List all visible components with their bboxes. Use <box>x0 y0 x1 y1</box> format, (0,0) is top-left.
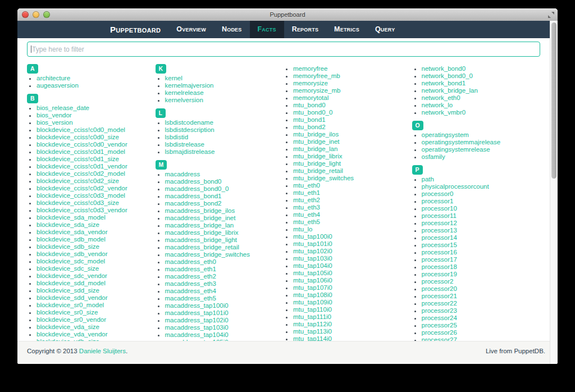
fact-link[interactable]: blockdevice_cciss!c0d0_vendor <box>36 141 127 148</box>
fact-link[interactable]: processor12 <box>422 220 457 226</box>
fact-link[interactable]: memorytotal <box>293 94 328 101</box>
fact-link[interactable]: blockdevice_cciss!c0d3_vendor <box>36 207 127 213</box>
fact-link[interactable]: mtu_eth2 <box>293 197 320 203</box>
fact-link[interactable]: macaddress_bridge_switches <box>165 251 250 258</box>
fact-link[interactable]: mtu_tap111i0 <box>293 313 331 320</box>
nav-item-reports[interactable]: Reports <box>284 21 326 38</box>
fact-link[interactable]: macaddress_eth3 <box>165 280 216 287</box>
fact-link[interactable]: blockdevice_sda_model <box>36 214 106 221</box>
fact-link[interactable]: macaddress_bond2 <box>165 200 222 207</box>
fact-link[interactable]: mtu_tap107i0 <box>293 284 332 291</box>
fact-link[interactable]: processor27 <box>422 336 457 341</box>
fact-link[interactable]: mtu_tap109i0 <box>293 299 332 306</box>
nav-item-metrics[interactable]: Metrics <box>326 21 367 38</box>
fact-link[interactable]: blockdevice_sdc_model <box>36 258 105 265</box>
fact-link[interactable]: operatingsystem <box>422 131 469 138</box>
fact-link[interactable]: blockdevice_sdd_model <box>36 280 106 286</box>
fact-link[interactable]: macaddress_bond0_0 <box>165 185 229 192</box>
fact-link[interactable]: processor23 <box>422 307 457 314</box>
fact-link[interactable]: network_lo <box>422 102 453 108</box>
fact-link[interactable]: network_eth0 <box>422 94 460 101</box>
fact-link[interactable]: operatingsystemrelease <box>422 146 490 153</box>
author-link[interactable]: Daniele Sluijters <box>79 348 126 354</box>
fact-link[interactable]: macaddress_bridge_librix <box>165 229 239 236</box>
fact-link[interactable]: network_bond0 <box>422 65 466 72</box>
scrollbar[interactable] <box>550 21 558 364</box>
nav-item-nodes[interactable]: Nodes <box>214 21 250 38</box>
nav-item-facts[interactable]: Facts <box>250 21 284 38</box>
fact-link[interactable]: processor21 <box>422 293 457 299</box>
fact-link[interactable]: blockdevice_sdb_size <box>36 243 99 250</box>
fact-link[interactable]: macaddress <box>165 171 200 177</box>
fact-link[interactable]: network_bond1 <box>422 80 466 86</box>
fact-link[interactable]: blockdevice_cciss!c0d2_vendor <box>36 185 127 192</box>
fact-link[interactable]: processor22 <box>422 300 457 307</box>
fact-link[interactable]: mtu_eth0 <box>293 182 320 189</box>
fact-link[interactable]: kernel <box>165 75 182 81</box>
fact-link[interactable]: mtu_eth5 <box>293 218 320 225</box>
fact-link[interactable]: processor2 <box>422 278 454 285</box>
fact-link[interactable]: blockdevice_sda_vendor <box>36 229 108 235</box>
fact-link[interactable]: memoryfree_mb <box>293 72 340 79</box>
fact-link[interactable]: mtu_bond1 <box>293 116 326 123</box>
fact-link[interactable]: mtu_bridge_librix <box>293 153 343 159</box>
fact-link[interactable]: macaddress_eth0 <box>165 258 216 265</box>
fact-link[interactable]: macaddress_bridge_lan <box>165 222 234 229</box>
fact-link[interactable]: mtu_tap101i0 <box>293 240 332 247</box>
fact-link[interactable]: mtu_tap103i0 <box>293 255 332 262</box>
fact-link[interactable]: mtu_tap112i0 <box>293 321 332 327</box>
fact-link[interactable]: macaddress_tap103i0 <box>165 324 229 331</box>
fact-link[interactable]: blockdevice_cciss!c0d3_size <box>36 199 119 206</box>
fullscreen-icon[interactable] <box>548 12 554 18</box>
scrollbar-thumb[interactable] <box>551 22 556 179</box>
fact-link[interactable]: blockdevice_sr0_vendor <box>36 316 106 323</box>
fact-link[interactable]: mtu_bond0 <box>293 102 326 108</box>
fact-link[interactable]: macaddress_tap104i0 <box>165 331 229 338</box>
fact-link[interactable]: path <box>422 176 434 183</box>
fact-link[interactable]: mtu_tap102i0 <box>293 248 332 254</box>
fact-link[interactable]: network_bond0_0 <box>422 72 473 79</box>
fact-link[interactable]: blockdevice_cciss!c0d2_size <box>36 177 119 184</box>
fact-link[interactable]: network_vmbr0 <box>422 109 466 116</box>
fact-link[interactable]: blockdevice_cciss!c0d3_model <box>36 192 125 199</box>
fact-link[interactable]: mtu_eth3 <box>293 204 320 211</box>
fact-link[interactable]: blockdevice_cciss!c0d0_model <box>36 126 125 133</box>
fact-link[interactable]: blockdevice_vda_vendor <box>36 331 108 338</box>
fact-link[interactable]: processor20 <box>422 285 457 292</box>
fact-link[interactable]: mtu_tap104i0 <box>293 262 332 269</box>
fact-link[interactable]: macaddress_bridge_ilos <box>165 207 235 214</box>
fact-link[interactable]: mtu_bond2 <box>293 124 326 130</box>
fact-link[interactable]: processor13 <box>422 227 457 234</box>
fact-link[interactable]: lsbdistcodename <box>165 119 213 126</box>
fact-link[interactable]: mtu_eth1 <box>293 189 320 196</box>
fact-link[interactable]: processor1 <box>422 198 454 204</box>
fact-link[interactable]: processor15 <box>422 241 457 248</box>
fact-link[interactable]: macaddress_eth5 <box>165 295 216 302</box>
fact-link[interactable]: mtu_eth4 <box>293 211 320 218</box>
fact-link[interactable]: blockdevice_sdd_vendor <box>36 294 108 301</box>
fact-link[interactable]: processor14 <box>422 234 457 241</box>
fact-link[interactable]: blockdevice_sda_size <box>36 221 99 228</box>
fact-link[interactable]: macaddress_eth1 <box>165 266 216 272</box>
fact-link[interactable]: mtu_tap108i0 <box>293 291 332 298</box>
fact-link[interactable]: macaddress_bond0 <box>165 178 222 185</box>
fact-link[interactable]: kernelrelease <box>165 89 204 96</box>
fact-link[interactable]: processor25 <box>422 322 457 329</box>
fact-link[interactable]: memoryfree <box>293 65 327 72</box>
fact-link[interactable]: mtu_tap100i0 <box>293 233 332 240</box>
fact-link[interactable]: operatingsystemmajrelease <box>422 139 501 145</box>
fact-link[interactable]: processor0 <box>422 190 454 197</box>
fact-link[interactable]: blockdevice_cciss!c0d1_model <box>36 148 125 155</box>
fact-link[interactable]: processor16 <box>422 249 457 256</box>
fact-link[interactable]: blockdevice_vda_size <box>36 323 99 330</box>
fact-link[interactable]: architecture <box>36 75 70 81</box>
brand[interactable]: Puppetboard <box>110 21 161 38</box>
fact-link[interactable]: macaddress_bridge_light <box>165 236 238 243</box>
fact-link[interactable]: memorysize <box>293 80 328 86</box>
fact-link[interactable]: blockdevice_sdc_vendor <box>36 272 107 279</box>
fact-link[interactable]: processor11 <box>422 212 457 219</box>
fact-link[interactable]: blockdevice_sr0_model <box>36 302 104 308</box>
fact-link[interactable]: mtu_bridge_lan <box>293 145 337 152</box>
fact-link[interactable]: kernelversion <box>165 97 203 103</box>
fact-link[interactable]: macaddress_eth4 <box>165 288 216 294</box>
